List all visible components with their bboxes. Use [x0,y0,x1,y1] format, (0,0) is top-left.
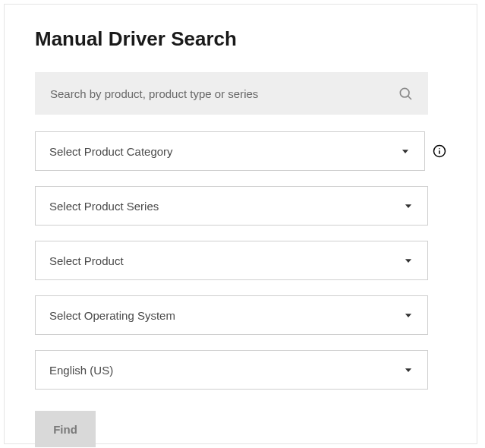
product-series-row: Select Product Series [35,186,446,226]
search-input[interactable] [50,87,398,100]
find-button[interactable]: Find [35,411,96,447]
chevron-down-icon [403,200,414,211]
operating-system-label: Select Operating System [49,309,175,322]
svg-point-3 [439,148,440,150]
page-title: Manual Driver Search [35,27,446,51]
operating-system-dropdown[interactable]: Select Operating System [35,295,428,335]
product-category-label: Select Product Category [49,145,173,158]
driver-search-card: Manual Driver Search Select Product Cate… [4,4,477,444]
product-series-dropdown[interactable]: Select Product Series [35,186,428,226]
operating-system-row: Select Operating System [35,295,446,335]
search-icon[interactable] [398,86,413,101]
chevron-down-icon [403,255,414,266]
language-label: English (US) [49,364,113,377]
info-icon[interactable] [433,144,446,158]
chevron-down-icon [400,146,411,156]
chevron-down-icon [403,364,414,375]
language-row: English (US) [35,350,446,390]
chevron-down-icon [403,310,414,320]
svg-line-1 [408,96,411,99]
search-box[interactable] [35,72,428,115]
product-series-label: Select Product Series [49,200,159,213]
product-label: Select Product [49,254,124,267]
product-dropdown[interactable]: Select Product [35,241,428,280]
product-category-dropdown[interactable]: Select Product Category [35,131,425,171]
product-row: Select Product [35,241,446,280]
product-category-row: Select Product Category [35,131,446,171]
language-dropdown[interactable]: English (US) [35,350,428,390]
